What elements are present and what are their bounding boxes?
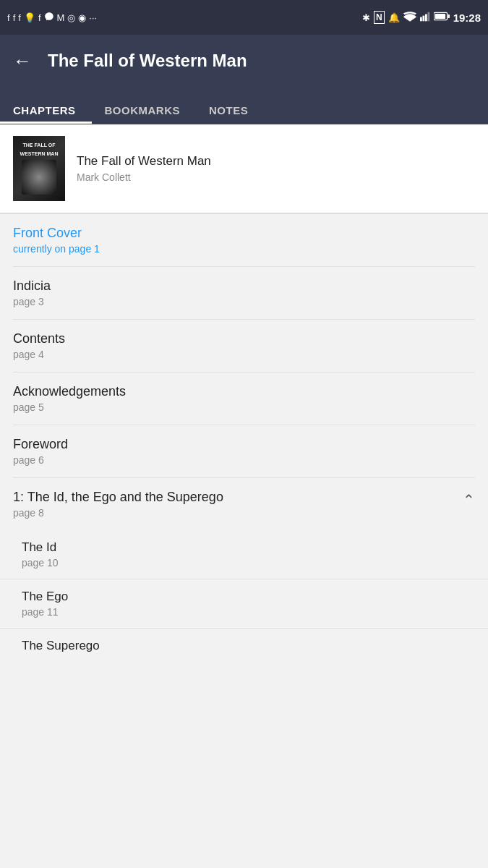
svg-rect-6: [448, 14, 450, 18]
chapter-name-contents: Contents: [13, 331, 475, 346]
book-meta: The Fall of Western Man Mark Collett: [77, 154, 211, 183]
svg-rect-1: [422, 15, 424, 21]
status-right: ✱ N 🔔 19:28: [362, 11, 481, 24]
status-icon-more: ···: [89, 12, 97, 23]
chapter-acknowledgements[interactable]: Acknowledgements page 5: [13, 373, 475, 425]
sub-chapter-page-the-ego: page 11: [22, 606, 488, 618]
svg-point-10: [40, 171, 45, 174]
cover-title-line2: WESTERN MAN: [20, 151, 59, 157]
status-icon-fb1: f: [7, 12, 10, 23]
chapter-name-foreword: Foreword: [13, 437, 475, 452]
sub-chapter-name-the-id: The Id: [22, 540, 488, 555]
wifi-icon: [403, 12, 416, 24]
tab-bar: CHAPTERS BOOKMARKS NOTES: [0, 87, 488, 124]
bell-icon: 🔔: [388, 12, 400, 23]
status-icons: f f f 💡 f M ◎ ◉ ···: [7, 12, 97, 24]
svg-point-9: [33, 171, 38, 174]
book-cover: THE FALL OF WESTERN MAN: [13, 136, 65, 201]
tab-notes[interactable]: NOTES: [196, 95, 264, 124]
chapter-contents[interactable]: Contents page 4: [13, 320, 475, 373]
status-icon-circle1: ◎: [67, 12, 75, 23]
svg-point-8: [30, 165, 48, 187]
status-icon-gmail: M: [57, 12, 65, 23]
chapter-1[interactable]: 1: The Id, the Ego and the Superego page…: [13, 478, 475, 530]
sub-chapter-the-superego[interactable]: The Superego: [0, 629, 488, 665]
chapter-expand-icon[interactable]: ⌃: [463, 491, 475, 509]
sub-chapter-the-id[interactable]: The Id page 10: [0, 530, 488, 579]
svg-rect-5: [435, 14, 445, 19]
chapter-list: Front Cover currently on page 1 Indicia …: [0, 214, 488, 530]
chapter-page-indicia: page 3: [13, 296, 475, 307]
app-bar: ← The Fall of Western Man: [0, 35, 488, 87]
sub-chapter-the-ego[interactable]: The Ego page 11: [0, 579, 488, 629]
chapter-name-indicia: Indicia: [13, 278, 475, 294]
chapter-page-1: page 8: [13, 507, 223, 519]
chapter-foreword[interactable]: Foreword page 6: [13, 425, 475, 478]
status-icon-bulb: 💡: [24, 12, 35, 23]
sub-chapter-list: The Id page 10 The Ego page 11 The Super…: [0, 530, 488, 665]
book-info: THE FALL OF WESTERN MAN The Fall of West…: [0, 124, 488, 213]
book-title: The Fall of Western Man: [77, 154, 211, 169]
book-author: Mark Collett: [77, 171, 211, 183]
chapter-page-front-cover: currently on page 1: [13, 243, 475, 255]
sub-chapter-page-the-id: page 10: [22, 557, 488, 569]
sub-chapter-name-the-superego: The Superego: [22, 639, 488, 653]
chapter-page-contents: page 4: [13, 349, 475, 360]
chapter-name-1: 1: The Id, the Ego and the Superego: [13, 490, 223, 505]
cover-title-line1: THE FALL OF: [23, 142, 56, 148]
svg-rect-3: [427, 12, 429, 21]
svg-point-7: [27, 161, 51, 190]
app-bar-title: The Fall of Western Man: [48, 51, 247, 71]
svg-rect-2: [425, 14, 427, 21]
status-icon-fb2: f: [13, 12, 16, 23]
signal-icon: [420, 12, 430, 24]
status-icon-fb3: f: [18, 12, 21, 23]
chapter-front-cover[interactable]: Front Cover currently on page 1: [13, 214, 475, 267]
status-icon-messenger: [44, 12, 54, 24]
back-button[interactable]: ←: [13, 50, 32, 72]
chapter-page-acknowledgements: page 5: [13, 401, 475, 413]
svg-point-11: [30, 161, 48, 173]
sub-chapter-name-the-ego: The Ego: [22, 590, 488, 604]
status-time: 19:28: [453, 12, 481, 24]
battery-icon: [434, 12, 450, 23]
chapter-name-front-cover: Front Cover: [13, 226, 475, 241]
status-icon-circle2: ◉: [78, 12, 86, 23]
nfc-icon: N: [374, 11, 385, 24]
status-icon-fb4: f: [38, 12, 41, 23]
tab-bookmarks[interactable]: BOOKMARKS: [92, 95, 197, 124]
cover-face-image: [22, 160, 56, 195]
chapter-indicia[interactable]: Indicia page 3: [13, 267, 475, 320]
status-bar: f f f 💡 f M ◎ ◉ ··· ✱ N 🔔: [0, 0, 488, 35]
chapter-page-foreword: page 6: [13, 454, 475, 466]
svg-rect-0: [420, 17, 422, 21]
bluetooth-icon: ✱: [362, 12, 370, 23]
tab-chapters[interactable]: CHAPTERS: [0, 95, 92, 124]
chapter-name-acknowledgements: Acknowledgements: [13, 384, 475, 399]
